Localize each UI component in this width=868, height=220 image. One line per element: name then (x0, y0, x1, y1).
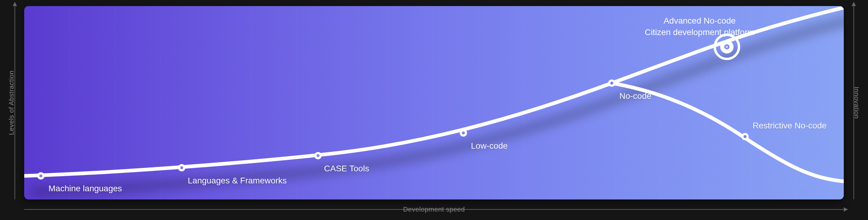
label-advanced-line2: Citizen development platform (645, 27, 755, 38)
chart-stage: Machine languages Languages & Frameworks… (0, 0, 868, 220)
label-machine-languages: Machine languages (49, 184, 122, 193)
point-restrictive-no-code (741, 133, 749, 140)
x-axis-dash-right (470, 209, 479, 210)
x-axis-dash-left (389, 209, 398, 210)
y-axis-left-label: Levels of Abstraction (7, 70, 16, 135)
label-languages-frameworks: Languages & Frameworks (188, 176, 287, 186)
point-machine-languages (37, 172, 44, 180)
y-axis-left-arrow (13, 2, 17, 6)
x-axis-arrow (844, 207, 848, 212)
label-advanced-line1: Advanced No-code (645, 15, 755, 27)
y-axis-right-arrow (851, 2, 856, 6)
advanced-marker-icon: B (720, 40, 734, 53)
label-no-code: No-code (619, 91, 651, 101)
label-low-code: Low-code (471, 141, 507, 151)
x-axis-label: Development speed (403, 206, 465, 213)
plot-area: Machine languages Languages & Frameworks… (24, 6, 844, 199)
label-restrictive-no-code: Restrictive No-code (753, 121, 827, 131)
label-advanced-no-code: Advanced No-code Citizen development pla… (645, 15, 755, 38)
point-no-code (608, 79, 615, 87)
point-case-tools (314, 152, 322, 159)
point-low-code (460, 129, 467, 137)
svg-text:B: B (726, 45, 728, 49)
point-advanced-no-code: B (714, 34, 740, 60)
x-axis-label-wrap: Development speed (24, 206, 844, 213)
y-axis-right-label: Innovation (852, 87, 861, 119)
label-case-tools: CASE Tools (324, 164, 369, 174)
point-languages-frameworks (178, 164, 185, 171)
